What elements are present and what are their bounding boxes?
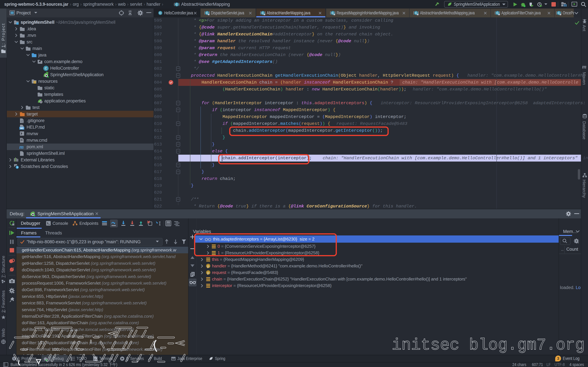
svg-text:C: C [262,11,264,15]
svg-text:C: C [206,11,208,15]
svg-text:C: C [415,11,417,15]
svg-text:C: C [159,11,161,15]
svg-text:C: C [332,11,334,15]
svg-text:p: p [207,271,209,275]
svg-text:C: C [45,67,47,70]
svg-text:p: p [207,264,209,268]
svg-text:C: C [496,11,498,15]
svg-text:C: C [176,3,178,6]
svg-text:C: C [558,11,560,15]
